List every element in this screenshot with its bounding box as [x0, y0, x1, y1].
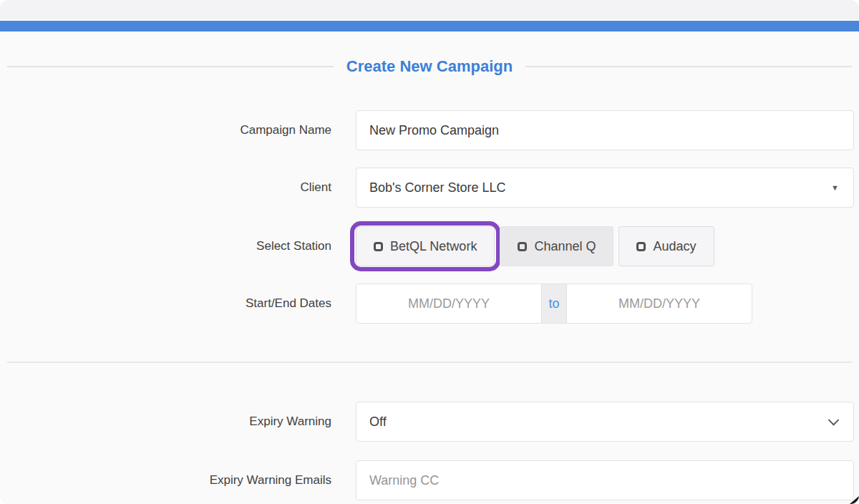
- caret-down-icon: ▼: [831, 184, 839, 192]
- station-button-label: Audacy: [653, 239, 696, 254]
- title-divider-right: [525, 66, 852, 67]
- end-date-input[interactable]: [567, 284, 752, 323]
- date-range-separator: to: [541, 284, 567, 323]
- checkbox-unchecked-icon: [636, 242, 646, 251]
- accent-bar: [0, 21, 859, 32]
- start-end-dates-label: Start/End Dates: [0, 296, 331, 311]
- station-button-audacy[interactable]: Audacy: [618, 226, 714, 266]
- checkbox-unchecked-icon: [518, 242, 527, 251]
- expiry-warning-emails-input[interactable]: [356, 460, 854, 500]
- client-select[interactable]: Bob's Corner Store LLC ▼: [356, 168, 854, 208]
- window-top-strip: [0, 0, 859, 21]
- station-button-channel-q[interactable]: Channel Q: [500, 226, 613, 266]
- chevron-down-icon: [828, 415, 840, 426]
- campaign-name-row: Campaign Name: [0, 110, 854, 150]
- station-button-label: BetQL Network: [390, 239, 477, 254]
- section-divider: [7, 362, 852, 363]
- title-divider-left: [7, 66, 334, 67]
- station-button-group: BetQL Network Channel Q Audacy: [356, 226, 854, 266]
- campaign-name-label: Campaign Name: [0, 123, 331, 137]
- date-range-group: to: [356, 284, 752, 324]
- expiry-warning-label: Expiry Warning: [0, 415, 331, 429]
- station-button-label: Channel Q: [534, 239, 596, 254]
- station-button-betql-network[interactable]: BetQL Network: [356, 226, 495, 266]
- app-window: Create New Campaign Campaign Name Client…: [0, 0, 859, 504]
- select-station-label: Select Station: [0, 239, 331, 253]
- expiry-warning-emails-row: Expiry Warning Emails: [0, 460, 854, 500]
- expiry-warning-selected-value: Off: [369, 415, 387, 430]
- client-row: Client Bob's Corner Store LLC ▼: [0, 168, 854, 208]
- create-campaign-form: Campaign Name Client Bob's Corner Store …: [0, 110, 859, 500]
- expiry-warning-select[interactable]: Off: [356, 402, 854, 442]
- expiry-warning-emails-label: Expiry Warning Emails: [0, 473, 331, 488]
- section-title-row: Create New Campaign: [7, 57, 852, 76]
- select-station-row: Select Station BetQL Network Channel Q: [0, 226, 854, 266]
- client-label: Client: [0, 180, 331, 195]
- expiry-warning-row: Expiry Warning Off: [0, 402, 854, 442]
- page-title: Create New Campaign: [346, 57, 513, 76]
- checkbox-unchecked-icon: [374, 242, 383, 251]
- campaign-name-input[interactable]: [356, 110, 854, 150]
- start-end-dates-row: Start/End Dates to: [0, 284, 854, 324]
- start-date-input[interactable]: [356, 284, 541, 323]
- client-selected-value: Bob's Corner Store LLC: [369, 180, 506, 195]
